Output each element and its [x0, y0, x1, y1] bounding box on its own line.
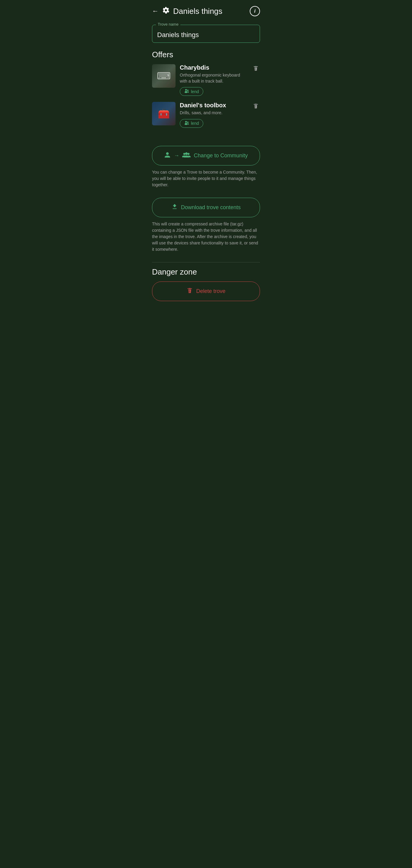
- lend-icon: [184, 89, 189, 94]
- toolbox-desc: Drills, saws, and more.: [180, 110, 247, 116]
- person-icon: [164, 152, 171, 160]
- info-button[interactable]: i: [250, 6, 260, 16]
- delete-trove-button[interactable]: Delete trove: [152, 281, 260, 301]
- charybdis-title: Charybdis: [180, 64, 247, 71]
- offers-title: Offers: [152, 50, 260, 59]
- toolbox-tag-label: lend: [191, 121, 199, 126]
- toolbox-delete-button[interactable]: [252, 102, 260, 112]
- charybdis-details: Charybdis Orthogonal ergonomic keyboard …: [180, 64, 247, 96]
- header: ← Daniels things i: [147, 0, 265, 21]
- delete-trove-label: Delete trove: [196, 288, 225, 294]
- gear-icon: [162, 7, 170, 16]
- header-left: ← Daniels things: [152, 7, 222, 16]
- toolbox-image: [152, 102, 176, 125]
- toolbox-details: Daniel's toolbox Drills, saws, and more.…: [180, 102, 247, 128]
- danger-divider: [152, 262, 260, 262]
- page-title: Daniels things: [173, 7, 222, 16]
- trove-name-container: Trove name: [152, 25, 260, 43]
- offer-item-charybdis: Charybdis Orthogonal ergonomic keyboard …: [152, 64, 260, 96]
- toolbox-lend-icon: [184, 121, 189, 126]
- download-trove-button[interactable]: Download trove contents: [152, 198, 260, 217]
- download-btn-label: Download trove contents: [181, 204, 241, 211]
- offer-item-toolbox: Daniel's toolbox Drills, saws, and more.…: [152, 102, 260, 128]
- charybdis-desc: Orthogonal ergonomic keyboard with a bui…: [180, 72, 247, 84]
- charybdis-delete-button[interactable]: [252, 64, 260, 74]
- arrow-icon: →: [174, 153, 179, 159]
- main-content: Trove name Offers Charybdis Orthogonal e…: [147, 21, 265, 317]
- charybdis-image: [152, 64, 176, 88]
- trove-name-input[interactable]: [157, 31, 255, 39]
- offers-section: Offers Charybdis Orthogonal ergonomic ke…: [152, 50, 260, 128]
- toolbox-title: Daniel's toolbox: [180, 102, 247, 109]
- change-to-community-button[interactable]: → Change to Community: [152, 146, 260, 165]
- community-btn-label: Change to Community: [194, 153, 247, 159]
- trove-name-label: Trove name: [156, 22, 180, 27]
- charybdis-tag-label: lend: [191, 89, 199, 94]
- download-icon: [171, 204, 178, 212]
- back-button[interactable]: ←: [152, 7, 159, 15]
- danger-zone-title: Danger zone: [152, 267, 260, 277]
- trash-icon: [186, 287, 193, 296]
- download-description: This will create a compressed archive fi…: [152, 221, 260, 253]
- community-icon: [182, 152, 190, 160]
- community-description: You can change a Trove to become a Commu…: [152, 169, 260, 188]
- charybdis-tag[interactable]: lend: [180, 87, 203, 96]
- toolbox-tag[interactable]: lend: [180, 119, 203, 128]
